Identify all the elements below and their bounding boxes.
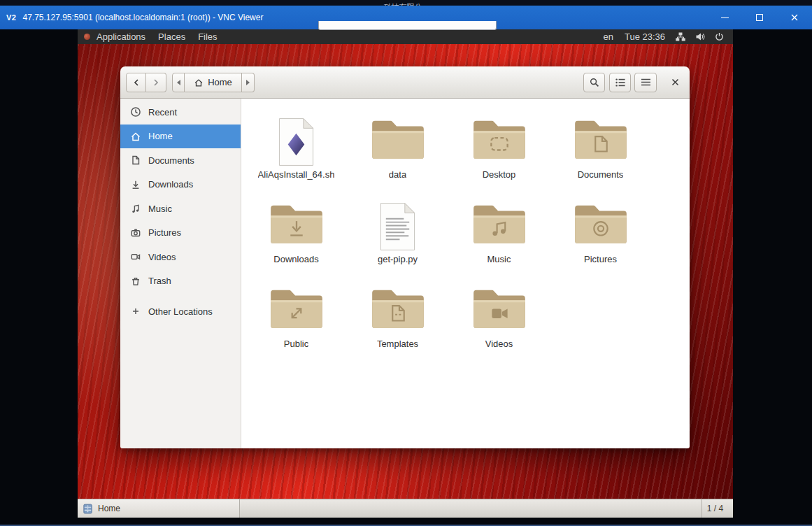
history-nav <box>126 73 166 92</box>
video-icon <box>130 251 141 262</box>
path-scroll-left-button[interactable] <box>172 73 185 92</box>
file-name: Pictures <box>584 254 617 264</box>
view-toggle-button[interactable] <box>609 73 631 92</box>
file-name: Documents <box>578 169 624 180</box>
close-button[interactable] <box>777 6 812 29</box>
network-icon[interactable] <box>671 29 690 44</box>
file-name: Music <box>487 254 511 264</box>
input-language-indicator[interactable]: en <box>597 29 618 44</box>
vnc-viewport: Applications Places Files en Tue 23:36 <box>0 29 812 526</box>
sidebar-label: Music <box>148 204 172 214</box>
sidebar-label: Recent <box>148 107 177 118</box>
vnc-toolbar[interactable] <box>318 21 497 30</box>
sidebar-item-other-locations[interactable]: Other Locations <box>120 299 241 324</box>
files-headerbar: Home <box>120 66 690 99</box>
download-icon <box>130 179 141 190</box>
places-menu[interactable]: Places <box>152 29 192 44</box>
sidebar-item-trash[interactable]: Trash <box>120 269 241 294</box>
file-name: data <box>389 169 406 180</box>
forward-button[interactable] <box>146 73 166 92</box>
applications-menu-icon <box>84 34 90 40</box>
window-menu-button[interactable] <box>634 73 657 92</box>
path-home-label: Home <box>208 77 232 87</box>
documents-folder-icon <box>572 117 629 162</box>
sidebar-item-music[interactable]: Music <box>120 197 241 221</box>
sidebar-label: Trash <box>148 276 171 286</box>
forward-icon <box>151 78 161 87</box>
sidebar-label: Videos <box>148 252 176 262</box>
power-icon[interactable] <box>710 29 729 44</box>
home-icon <box>194 78 204 87</box>
folder-item[interactable]: Music <box>448 189 550 273</box>
back-button[interactable] <box>126 73 146 92</box>
folder-item[interactable]: Documents <box>550 104 651 189</box>
window-list-bar: Home 1 / 4 <box>78 499 733 518</box>
file-item[interactable]: AliAqsInstall_64.sh <box>245 104 347 189</box>
downloads-folder-icon <box>268 201 325 246</box>
folder-item[interactable]: Downloads <box>245 189 347 273</box>
file-item[interactable]: get-pip.py <box>347 189 448 273</box>
taskbar-window-home[interactable]: Home <box>78 499 240 518</box>
sidebar-item-pictures[interactable]: Pictures <box>120 221 241 246</box>
files-app-icon <box>83 504 93 514</box>
path-scroll-right-button[interactable] <box>242 73 255 92</box>
files-close-icon <box>671 78 680 87</box>
file-name: AliAqsInstall_64.sh <box>258 169 335 180</box>
folder-icon <box>369 117 427 162</box>
folder-item[interactable]: Public <box>245 273 347 358</box>
maximize-button[interactable] <box>742 6 777 29</box>
sidebar-item-documents[interactable]: Documents <box>120 148 241 173</box>
close-icon <box>790 13 799 22</box>
public-folder-icon <box>268 286 325 331</box>
file-name: Desktop <box>483 169 516 180</box>
folder-item[interactable]: Desktop <box>448 104 550 189</box>
applications-menu[interactable]: Applications <box>90 29 152 44</box>
sidebar-item-videos[interactable]: Videos <box>120 245 241 269</box>
trash-icon <box>130 276 141 287</box>
file-grid: AliAqsInstall_64.sh data <box>241 99 690 448</box>
chevron-left-icon <box>176 80 181 85</box>
places-label: Places <box>158 31 185 42</box>
text-file-icon <box>378 201 418 252</box>
sidebar-label: Downloads <box>148 179 193 190</box>
camera-icon <box>130 227 141 239</box>
folder-item[interactable]: data <box>347 104 448 189</box>
workspace-indicator[interactable]: 1 / 4 <box>701 499 728 518</box>
gnome-top-bar: Applications Places Files en Tue 23:36 <box>78 29 733 44</box>
folder-item[interactable]: Templates <box>347 273 448 358</box>
files-appmenu[interactable]: Files <box>192 29 223 44</box>
places-sidebar: Recent Home Documents Downloads <box>120 99 241 448</box>
chevron-right-icon <box>245 80 250 85</box>
path-home-button[interactable]: Home <box>185 73 242 92</box>
files-close-button[interactable] <box>666 73 684 92</box>
topbar-status-area: en Tue 23:36 <box>597 29 733 44</box>
vnc-window-title: 47.75.127.95:5901 (localhost.localdomain… <box>22 13 263 22</box>
path-bar: Home <box>172 73 255 92</box>
sidebar-label: Documents <box>148 155 194 166</box>
file-name: Public <box>284 339 308 349</box>
minimize-button[interactable] <box>707 6 742 29</box>
list-view-icon <box>615 78 626 87</box>
desktop-folder-icon <box>471 117 528 162</box>
music-icon <box>130 203 141 214</box>
recent-icon <box>130 106 141 118</box>
volume-icon[interactable] <box>690 29 710 44</box>
sidebar-label: Home <box>148 131 173 141</box>
maximize-icon <box>756 14 763 21</box>
file-name: Downloads <box>273 254 318 264</box>
search-button[interactable] <box>583 73 605 92</box>
videos-folder-icon <box>471 286 528 331</box>
video-emblem <box>492 308 507 318</box>
clock[interactable]: Tue 23:36 <box>619 29 671 44</box>
sidebar-item-recent[interactable]: Recent <box>120 100 241 125</box>
sidebar-item-home[interactable]: Home <box>120 125 241 149</box>
search-icon <box>589 77 600 88</box>
sidebar-item-downloads[interactable]: Downloads <box>120 173 241 197</box>
remote-desktop: Applications Places Files en Tue 23:36 <box>78 29 733 518</box>
folder-item[interactable]: Videos <box>448 273 550 358</box>
script-file-icon <box>276 117 316 167</box>
file-name: Videos <box>485 339 513 349</box>
folder-item[interactable]: Pictures <box>550 189 651 273</box>
window-controls <box>707 6 812 29</box>
applications-label: Applications <box>97 31 145 42</box>
